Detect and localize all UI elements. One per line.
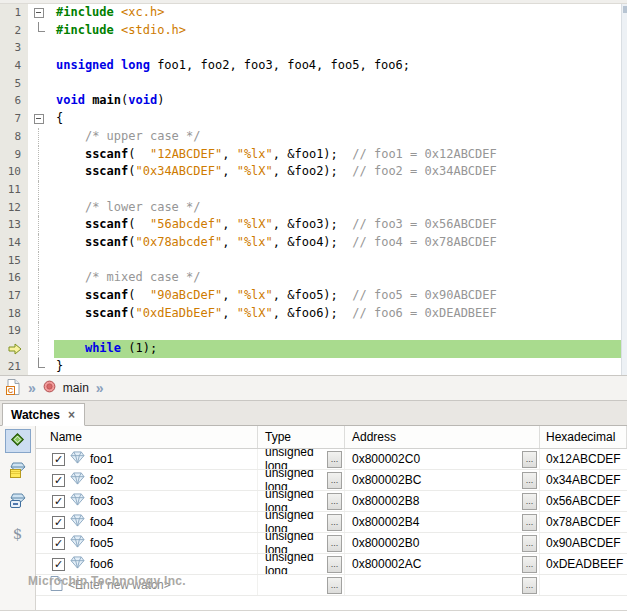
code-text[interactable]: sscanf("0xdEaDbEeF", "%lX", &foo6); // f… <box>54 305 627 323</box>
watch-address-cell[interactable]: 0x800002AC... <box>345 554 540 574</box>
column-header-name[interactable]: Name <box>36 426 258 448</box>
line-number-gutter[interactable]: 17 <box>0 287 28 305</box>
code-text[interactable] <box>54 39 627 57</box>
code-line[interactable]: 3 <box>0 39 627 57</box>
line-number-gutter[interactable]: 2 <box>0 22 28 40</box>
ellipsis-button[interactable]: ... <box>327 514 342 531</box>
line-number-gutter[interactable]: 18 <box>0 305 28 323</box>
line-number-gutter[interactable]: 14 <box>0 234 28 252</box>
ellipsis-button[interactable]: ... <box>327 535 342 552</box>
line-number-gutter[interactable]: 1 <box>0 4 28 22</box>
close-icon[interactable]: × <box>68 408 75 422</box>
watch-type-cell[interactable]: unsigned long... <box>258 533 345 553</box>
watch-checkbox[interactable]: ✓ <box>52 453 65 466</box>
code-text[interactable]: void main(void) <box>54 92 627 110</box>
watch-type-cell[interactable]: unsigned long... <box>258 470 345 490</box>
watch-hex-cell[interactable]: 0x12ABCDEF <box>540 449 627 469</box>
code-text[interactable]: #include <xc.h> <box>54 4 627 22</box>
breadcrumb-item-main[interactable]: main <box>63 381 89 395</box>
column-header-type[interactable]: Type <box>258 426 345 448</box>
line-number-gutter[interactable]: 19 <box>0 322 28 340</box>
code-line[interactable]: 16 /* mixed case */ <box>0 269 627 287</box>
watch-hex-cell[interactable]: 0x56ABCDEF <box>540 491 627 511</box>
ellipsis-button[interactable]: ... <box>522 514 537 531</box>
code-text[interactable]: } <box>54 358 627 376</box>
code-text[interactable]: /* upper case */ <box>54 128 627 146</box>
code-text[interactable]: sscanf( "56abcdef", "%lX", &foo3); // fo… <box>54 216 627 234</box>
code-fold-margin[interactable] <box>28 322 54 340</box>
code-line[interactable]: 8 /* upper case */ <box>0 128 627 146</box>
code-line[interactable]: 19 <box>0 322 627 340</box>
code-line[interactable]: 9 sscanf( "12ABCDEF", "%lx", &foo1); // … <box>0 146 627 164</box>
watch-checkbox[interactable]: ✓ <box>52 558 65 571</box>
code-text[interactable]: /* mixed case */ <box>54 269 627 287</box>
code-line[interactable]: 5 <box>0 75 627 93</box>
code-fold-margin[interactable] <box>28 216 54 234</box>
code-text[interactable] <box>54 252 627 270</box>
watch-name-cell[interactable]: ✓foo2 <box>36 470 258 490</box>
watch-address-cell[interactable]: 0x800002B4... <box>345 512 540 532</box>
code-text[interactable]: unsigned long foo1, foo2, foo3, foo4, fo… <box>54 57 627 75</box>
code-line[interactable]: 14 sscanf("0x78abcdef", "%lx", &foo4); /… <box>0 234 627 252</box>
code-text[interactable]: while (1); <box>54 340 627 358</box>
code-text[interactable] <box>54 181 627 199</box>
program-counter-gutter[interactable] <box>0 340 28 358</box>
watch-checkbox[interactable]: ✓ <box>52 537 65 550</box>
error-stripe[interactable] <box>621 4 627 375</box>
code-fold-margin[interactable] <box>28 4 54 22</box>
ellipsis-button[interactable]: ... <box>327 577 342 594</box>
line-number-gutter[interactable]: 12 <box>0 199 28 217</box>
code-text[interactable]: sscanf("0x78abcdef", "%lx", &foo4); // f… <box>54 234 627 252</box>
code-line[interactable]: 17 sscanf( "90aBcDeF", "%lx", &foo5); //… <box>0 287 627 305</box>
code-line[interactable]: while (1); <box>0 340 627 358</box>
watch-checkbox[interactable]: ✓ <box>52 495 65 508</box>
watch-name-cell[interactable]: ✓foo1 <box>36 449 258 469</box>
remove-watch-button[interactable] <box>5 491 31 515</box>
code-fold-margin[interactable] <box>28 358 54 376</box>
new-watch-address-cell[interactable]: ... <box>345 575 540 595</box>
code-line[interactable]: 12 /* lower case */ <box>0 199 627 217</box>
ellipsis-button[interactable]: ... <box>522 535 537 552</box>
code-text[interactable]: /* lower case */ <box>54 199 627 217</box>
code-text[interactable]: sscanf( "12ABCDEF", "%lx", &foo1); // fo… <box>54 146 627 164</box>
watch-hex-cell[interactable]: 0x90ABCDEF <box>540 533 627 553</box>
line-number-gutter[interactable]: 13 <box>0 216 28 234</box>
code-line[interactable]: 21} <box>0 358 627 376</box>
watch-type-cell[interactable]: unsigned long... <box>258 554 345 574</box>
line-number-gutter[interactable]: 8 <box>0 128 28 146</box>
new-watch-name-cell[interactable]: <Enter new watch> <box>36 575 258 595</box>
column-header-hexadecimal[interactable]: Hexadecimal <box>540 426 627 448</box>
code-line[interactable]: 7{ <box>0 110 627 128</box>
ellipsis-button[interactable]: ... <box>327 472 342 489</box>
watch-address-cell[interactable]: 0x800002BC... <box>345 470 540 490</box>
watch-address-cell[interactable]: 0x800002C0... <box>345 449 540 469</box>
watch-checkbox[interactable]: ✓ <box>52 474 65 487</box>
chevron-right-icon[interactable]: » <box>96 381 104 395</box>
ellipsis-button[interactable]: ... <box>327 556 342 573</box>
code-line[interactable]: 10 sscanf("0x34ABCDEF", "%lX", &foo2); /… <box>0 163 627 181</box>
line-number-gutter[interactable]: 4 <box>0 57 28 75</box>
column-header-address[interactable]: Address <box>345 426 540 448</box>
watch-address-cell[interactable]: 0x800002B0... <box>345 533 540 553</box>
code-line[interactable]: 1#include <xc.h> <box>0 4 627 22</box>
watch-hex-cell[interactable]: 0x78ABCDEF <box>540 512 627 532</box>
watch-type-cell[interactable]: unsigned long... <box>258 512 345 532</box>
code-fold-margin[interactable] <box>28 340 54 358</box>
code-fold-margin[interactable] <box>28 128 54 146</box>
watch-type-cell[interactable]: unsigned long... <box>258 491 345 511</box>
code-line[interactable]: 4unsigned long foo1, foo2, foo3, foo4, f… <box>0 57 627 75</box>
tab-watches[interactable]: Watches × <box>2 403 85 426</box>
new-watch-type-cell[interactable]: ... <box>258 575 345 595</box>
code-text[interactable] <box>54 322 627 340</box>
code-text[interactable]: #include <stdio.h> <box>54 22 627 40</box>
line-number-gutter[interactable]: 5 <box>0 75 28 93</box>
watch-name-cell[interactable]: ✓foo4 <box>36 512 258 532</box>
line-number-gutter[interactable]: 3 <box>0 39 28 57</box>
new-watch-from-note-button[interactable] <box>5 460 31 484</box>
code-line[interactable]: 6void main(void) <box>0 92 627 110</box>
ellipsis-button[interactable]: ... <box>522 577 537 594</box>
code-fold-margin[interactable] <box>28 22 54 40</box>
code-text[interactable] <box>54 75 627 93</box>
line-number-gutter[interactable]: 15 <box>0 252 28 270</box>
line-number-gutter[interactable]: 16 <box>0 269 28 287</box>
